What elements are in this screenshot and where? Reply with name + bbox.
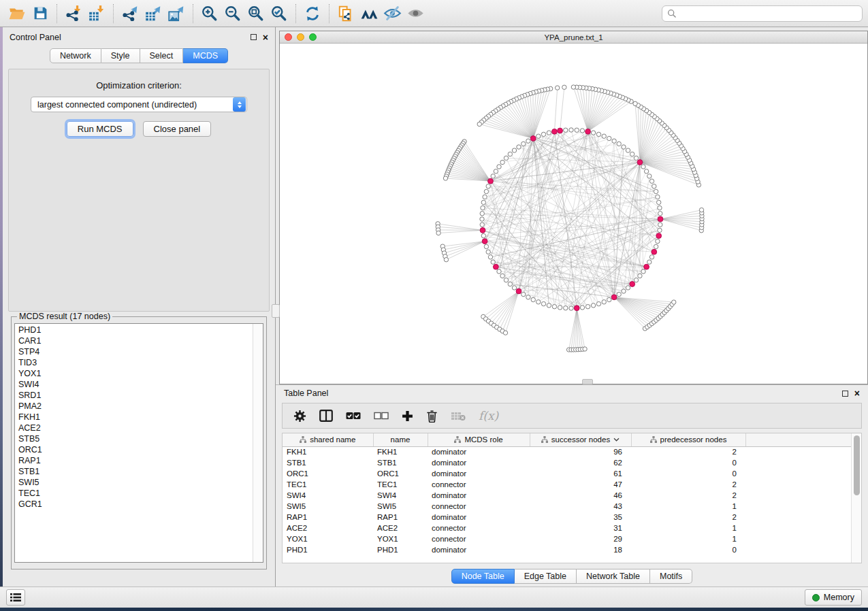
network-canvas[interactable]: [280, 44, 867, 384]
export-image-button[interactable]: [165, 3, 188, 24]
ring-node[interactable]: [541, 132, 545, 136]
mcds-node[interactable]: [611, 295, 617, 300]
ring-node[interactable]: [607, 297, 611, 301]
ring-node[interactable]: [500, 160, 504, 164]
ring-node[interactable]: [504, 278, 508, 282]
ring-node[interactable]: [569, 306, 573, 310]
ring-node[interactable]: [626, 148, 630, 152]
mcds-result-item[interactable]: RAP1: [18, 455, 253, 466]
ring-node[interactable]: [656, 200, 660, 204]
table-row[interactable]: TEC1TEC1connector472: [283, 479, 851, 490]
tab-network[interactable]: Network: [50, 48, 101, 63]
column-header-shared-name[interactable]: shared name: [283, 433, 373, 446]
ring-node[interactable]: [634, 278, 638, 282]
mcds-node[interactable]: [644, 264, 649, 269]
ring-node[interactable]: [558, 306, 562, 310]
ring-node[interactable]: [508, 152, 512, 156]
create-column-button[interactable]: [402, 410, 413, 422]
ring-node[interactable]: [585, 304, 590, 308]
ring-node[interactable]: [641, 165, 645, 169]
export-table-button[interactable]: [142, 3, 165, 24]
tab-motifs[interactable]: Motifs: [650, 569, 692, 584]
ring-node[interactable]: [580, 129, 584, 133]
mcds-node[interactable]: [493, 264, 498, 269]
ring-node[interactable]: [591, 131, 595, 135]
column-header-predecessor-nodes[interactable]: predecessor nodes: [631, 433, 745, 446]
hide-selected-button[interactable]: [381, 3, 404, 24]
table-scrollbar-thumb[interactable]: [854, 435, 860, 495]
table-row[interactable]: PHD1PHD1dominator180: [283, 544, 851, 555]
ring-node[interactable]: [547, 303, 551, 308]
mcds-node[interactable]: [482, 239, 487, 244]
leaf-node[interactable]: [583, 347, 587, 351]
ring-node[interactable]: [526, 295, 530, 299]
ring-node[interactable]: [521, 142, 526, 146]
leaf-node[interactable]: [436, 231, 440, 235]
float-table-panel-icon[interactable]: [842, 391, 848, 397]
ring-node[interactable]: [569, 128, 573, 132]
mcds-node[interactable]: [530, 136, 536, 142]
tab-mcds[interactable]: MCDS: [183, 48, 228, 63]
ring-node[interactable]: [526, 139, 530, 143]
vertical-splitter-handle[interactable]: [272, 304, 280, 318]
mcds-node[interactable]: [656, 233, 662, 239]
ring-node[interactable]: [486, 250, 490, 254]
ring-node[interactable]: [491, 260, 495, 264]
ring-node[interactable]: [536, 134, 541, 138]
zoom-selected-button[interactable]: [268, 3, 291, 24]
mcds-node[interactable]: [637, 160, 643, 165]
horizontal-splitter-handle[interactable]: [582, 379, 593, 384]
ring-node[interactable]: [541, 301, 545, 306]
ring-node[interactable]: [521, 292, 526, 296]
mcds-node[interactable]: [480, 228, 485, 233]
tab-node-table[interactable]: Node Table: [451, 569, 515, 584]
ring-node[interactable]: [647, 260, 652, 264]
leaf-node[interactable]: [444, 257, 448, 261]
delete-column-button[interactable]: [426, 410, 438, 423]
memory-button[interactable]: Memory: [805, 589, 862, 606]
ring-node[interactable]: [617, 292, 621, 296]
leaf-node[interactable]: [633, 101, 637, 105]
ring-node[interactable]: [486, 184, 490, 188]
ring-node[interactable]: [481, 205, 485, 210]
mcds-result-item[interactable]: FKH1: [18, 412, 253, 423]
ring-node[interactable]: [612, 139, 616, 143]
ring-node[interactable]: [658, 212, 662, 216]
ring-node[interactable]: [504, 156, 508, 160]
zoom-out-button[interactable]: [221, 3, 244, 24]
leaf-node[interactable]: [556, 86, 560, 90]
ring-node[interactable]: [517, 145, 521, 149]
open-session-button[interactable]: [5, 3, 29, 24]
mcds-result-item[interactable]: STB5: [18, 433, 253, 444]
close-table-panel-icon[interactable]: ×: [854, 389, 860, 398]
ring-node[interactable]: [512, 286, 516, 290]
task-history-button[interactable]: [6, 589, 25, 606]
deselect-all-rows-button[interactable]: [374, 411, 389, 420]
ring-node[interactable]: [484, 189, 488, 193]
table-row[interactable]: SWI4SWI4dominator462: [283, 490, 851, 501]
ring-node[interactable]: [591, 303, 595, 308]
ring-node[interactable]: [622, 145, 626, 149]
ring-node[interactable]: [658, 205, 662, 210]
mcds-result-item[interactable]: SWI5: [18, 477, 253, 488]
ring-node[interactable]: [547, 131, 551, 135]
float-panel-icon[interactable]: [251, 34, 257, 40]
delete-table-button[interactable]: [451, 411, 466, 421]
close-panel-icon[interactable]: ×: [263, 33, 268, 42]
mcds-result-item[interactable]: YOX1: [18, 368, 253, 379]
ring-node[interactable]: [649, 179, 654, 183]
table-row[interactable]: STB1STB1dominator620: [283, 457, 851, 468]
zoom-in-button[interactable]: [198, 3, 221, 24]
mcds-result-item[interactable]: TID3: [18, 357, 253, 368]
ring-node[interactable]: [638, 274, 642, 278]
ring-node[interactable]: [497, 269, 501, 274]
ring-node[interactable]: [602, 134, 606, 138]
tab-network-table[interactable]: Network Table: [577, 569, 650, 584]
ring-node[interactable]: [488, 255, 492, 259]
ring-node[interactable]: [564, 306, 568, 310]
mcds-node[interactable]: [516, 288, 521, 294]
show-column-panel-button[interactable]: [319, 410, 333, 422]
select-all-rows-button[interactable]: [346, 411, 361, 420]
table-row[interactable]: RAP1RAP1dominator352: [283, 512, 851, 523]
mcds-result-item[interactable]: STB1: [18, 466, 253, 477]
